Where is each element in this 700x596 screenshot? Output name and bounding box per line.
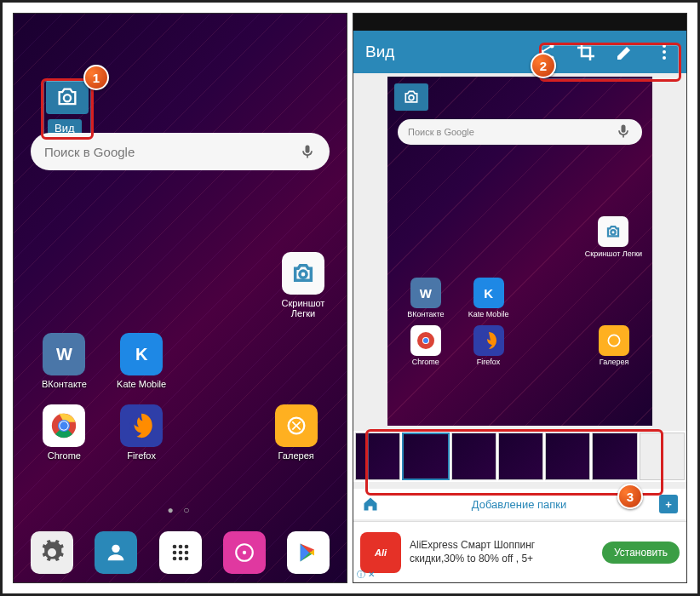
- highlight-2: [539, 43, 681, 82]
- status-bar: [353, 14, 686, 31]
- svg-point-33: [608, 335, 619, 346]
- highlight-3: [365, 429, 663, 496]
- page-indicator: ● ○: [14, 504, 347, 516]
- ad-logo: Ali: [360, 532, 401, 573]
- ad-text: AliExpress Смарт Шоппинг скидки,30% to 8…: [410, 539, 594, 565]
- callout-badge-2: 2: [531, 53, 556, 78]
- app-screenshot-easy[interactable]: Скриншот Легки: [269, 252, 337, 318]
- screenshot-preview[interactable]: Поиск в Google Скриншот Легки WВКонтакте…: [387, 77, 652, 426]
- ad-banner[interactable]: Ali AliExpress Смарт Шоппинг скидки,30% …: [353, 521, 686, 582]
- preview-camera-icon: [394, 83, 428, 111]
- app-gallery[interactable]: Галерея: [262, 404, 330, 461]
- svg-point-16: [172, 557, 176, 561]
- phone-right: Вид Поиск в Google Скриншот Легки: [353, 13, 687, 583]
- dock-music[interactable]: [223, 531, 266, 574]
- svg-point-31: [423, 338, 428, 343]
- preview-search-bar: Поиск в Google: [398, 119, 642, 145]
- chrome-icon: [49, 411, 78, 440]
- app-chrome[interactable]: Chrome: [31, 404, 98, 461]
- search-placeholder: Поиск в Google: [44, 145, 135, 159]
- svg-point-17: [178, 557, 182, 561]
- svg-point-15: [184, 551, 188, 555]
- ad-info-icon[interactable]: ⓘ ✕: [357, 569, 375, 581]
- callout-badge-3: 3: [617, 484, 643, 509]
- svg-point-28: [611, 230, 616, 234]
- svg-point-27: [409, 95, 414, 100]
- dock: [31, 531, 330, 574]
- toolbar-title: Вид: [365, 43, 394, 61]
- svg-point-18: [184, 557, 188, 561]
- gallery-icon: [284, 414, 308, 438]
- svg-point-6: [60, 421, 68, 429]
- app-kate-mobile[interactable]: KKate Mobile: [108, 333, 175, 389]
- phone-left: Вид Поиск в Google Скриншот Легки WВКонт…: [13, 13, 347, 583]
- tutorial-image: Вид Поиск в Google Скриншот Легки WВКонт…: [0, 0, 700, 596]
- home-icon[interactable]: [362, 496, 379, 513]
- ad-install-button[interactable]: Установить: [602, 542, 680, 564]
- svg-point-13: [172, 551, 176, 555]
- app-firefox[interactable]: Firefox: [108, 404, 175, 461]
- highlight-1: [41, 78, 94, 140]
- mic-icon: [615, 123, 632, 141]
- music-icon: [233, 542, 255, 564]
- home-apps-grid: WВКонтакте KKate Mobile Chrome Firefox Г…: [31, 333, 330, 461]
- svg-point-11: [178, 545, 182, 549]
- firefox-icon: [127, 411, 156, 440]
- mic-icon[interactable]: [299, 143, 316, 160]
- app-drawer-icon: [169, 541, 192, 564]
- person-icon: [104, 541, 128, 564]
- app-vkontakte[interactable]: WВКонтакте: [31, 333, 98, 389]
- gear-icon: [39, 540, 65, 565]
- svg-point-9: [112, 545, 120, 553]
- svg-point-20: [243, 551, 246, 554]
- preview-apps-grid: WВКонтакте KKate Mobile Chrome Firefox Г…: [398, 278, 642, 366]
- preview-app-screenshot: Скриншот Легки: [585, 216, 642, 258]
- dock-play-store[interactable]: [287, 531, 330, 574]
- dock-settings[interactable]: [31, 531, 73, 574]
- add-folder-button[interactable]: +: [659, 495, 678, 513]
- svg-point-12: [184, 545, 188, 549]
- callout-badge-1: 1: [83, 65, 109, 90]
- svg-point-14: [178, 551, 182, 555]
- dock-app-drawer[interactable]: [159, 531, 202, 574]
- dock-contacts[interactable]: [95, 531, 137, 574]
- svg-point-10: [172, 545, 176, 549]
- svg-point-1: [300, 271, 307, 278]
- play-store-icon: [296, 541, 320, 564]
